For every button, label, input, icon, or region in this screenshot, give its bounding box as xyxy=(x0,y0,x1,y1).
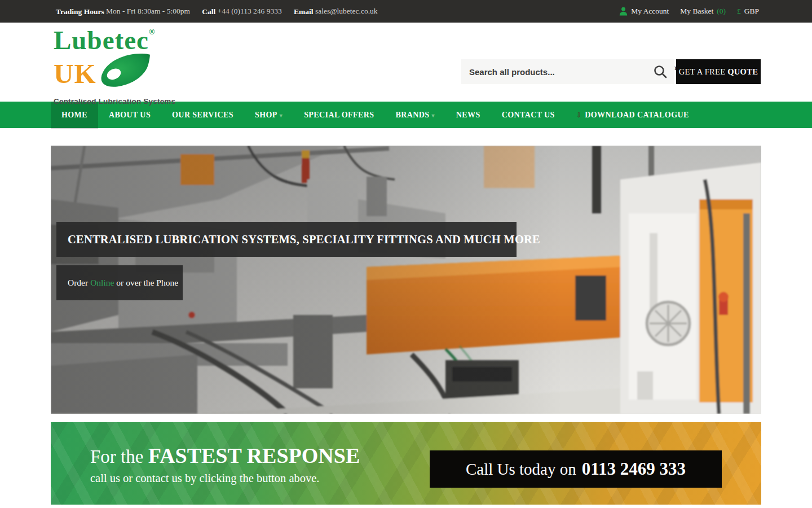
hero-order-box: Order Online or over the Phone xyxy=(56,265,183,300)
chevron-down-icon: ▾ xyxy=(280,112,283,119)
banner-text-block: For the FASTEST RESPONSE call us or cont… xyxy=(90,443,360,485)
hero-banner: CENTRALISED LUBRICATION SYSTEMS, SPECIAL… xyxy=(51,146,761,414)
currency-selector[interactable]: £ GBP xyxy=(737,7,759,16)
nav-item-download-catalogue[interactable]: ⇩DOWNLOAD CATALOGUE xyxy=(566,102,700,129)
hero-title-box: CENTRALISED LUBRICATION SYSTEMS, SPECIAL… xyxy=(56,222,517,257)
search-input[interactable] xyxy=(461,59,674,84)
nav-item-special-offers[interactable]: SPECIAL OFFERS xyxy=(293,102,385,129)
trading-hours-label: Trading Hours xyxy=(56,7,104,15)
download-icon: ⇩ xyxy=(576,111,582,119)
logo-tagline: Centralised Lubrication Systems xyxy=(54,98,175,106)
topbar-account-area: My Account My Basket (0) £ GBP xyxy=(619,7,759,16)
call-us-box: Call Us today on 0113 2469 333 xyxy=(430,450,722,488)
promo-banner: For the FASTEST RESPONSE call us or cont… xyxy=(51,422,761,505)
my-basket-label: My Basket xyxy=(680,7,713,16)
user-icon xyxy=(619,7,628,16)
main-navigation: HOME ABOUT US OUR SERVICES SHOP▾ SPECIAL… xyxy=(0,102,812,128)
trading-hours-value: Mon - Fri 8:30am - 5:00pm xyxy=(106,7,190,15)
search-bar xyxy=(461,59,674,84)
site-header: Lubetec® UK Centralised Lubrication Syst… xyxy=(0,23,812,102)
nav-item-brands[interactable]: BRANDS▾ xyxy=(385,102,445,129)
get-free-quote-button[interactable]: GET A FREE QUOTE xyxy=(676,59,761,84)
registered-trademark-symbol: ® xyxy=(149,28,155,36)
order-suffix: or over the Phone xyxy=(116,278,178,288)
phone-number-large: 0113 2469 333 xyxy=(582,459,686,479)
call-us-text: Call Us today on xyxy=(466,460,576,479)
nav-item-about-us[interactable]: ABOUT US xyxy=(98,102,161,129)
call-label: Call xyxy=(202,7,215,15)
logo-wordmark: Lubetec® xyxy=(54,27,175,54)
site-logo[interactable]: Lubetec® UK Centralised Lubrication Syst… xyxy=(54,27,175,106)
order-prefix: Order xyxy=(68,278,88,288)
nav-item-our-services[interactable]: OUR SERVICES xyxy=(161,102,244,129)
my-basket-link[interactable]: My Basket (0) xyxy=(680,7,726,16)
nav-item-news[interactable]: NEWS xyxy=(445,102,491,129)
logo-uk-row: UK xyxy=(54,55,175,92)
my-account-link[interactable]: My Account xyxy=(619,7,669,16)
chevron-down-icon: ▾ xyxy=(431,112,434,119)
fastest-response-text: FASTEST RESPONSE xyxy=(148,444,360,467)
email-label: Email xyxy=(294,7,314,15)
top-info-bar: Trading Hours Mon - Fri 8:30am - 5:00pm … xyxy=(0,0,812,23)
currency-code: GBP xyxy=(744,7,759,16)
phone-number: +44 (0)113 246 9333 xyxy=(218,7,282,15)
search-icon[interactable] xyxy=(653,64,668,79)
currency-symbol: £ xyxy=(737,7,741,16)
topbar-contact-info: Trading Hours Mon - Fri 8:30am - 5:00pm … xyxy=(56,7,388,16)
banner-headline: For the FASTEST RESPONSE xyxy=(90,443,360,470)
nav-item-home[interactable]: HOME xyxy=(51,102,98,129)
banner-subtext: call us or contact us by clicking the bu… xyxy=(90,472,360,485)
oil-drop-icon xyxy=(100,52,152,92)
basket-count-badge: (0) xyxy=(717,7,726,16)
my-account-label: My Account xyxy=(631,7,669,16)
email-address: sales@lubetec.co.uk xyxy=(315,7,378,15)
nav-item-contact-us[interactable]: CONTACT US xyxy=(491,102,566,129)
nav-item-shop[interactable]: SHOP▾ xyxy=(244,102,293,129)
hero-title: CENTRALISED LUBRICATION SYSTEMS, SPECIAL… xyxy=(68,233,540,246)
order-online-link[interactable]: Online xyxy=(90,278,114,288)
